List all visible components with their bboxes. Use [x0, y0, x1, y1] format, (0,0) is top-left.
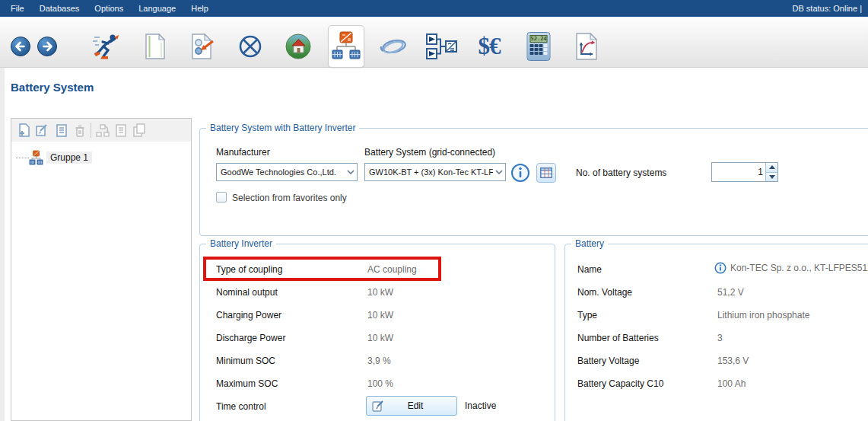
results-report-button[interactable] [575, 33, 598, 60]
battery-system-button[interactable] [328, 25, 364, 68]
financial-analysis-button[interactable]: $€ [479, 33, 501, 60]
battery-type-label: Type [577, 310, 597, 321]
time-control-label: Time control [216, 401, 266, 412]
battery-capacity-value: 100 Ah [717, 378, 746, 389]
battery-group-title: Battery [571, 238, 608, 249]
manufacturer-select[interactable]: GoodWe Technologies Co.,Ltd. [216, 163, 358, 181]
project-location-button[interactable] [285, 33, 312, 60]
num-systems-stepper[interactable]: 1 [711, 162, 778, 182]
system-table-button[interactable] [536, 163, 556, 183]
tree-item-label[interactable]: Gruppe 1 [46, 151, 92, 164]
db-status-text: DB status: Online | [792, 4, 868, 13]
calculator-display: 52.24 [530, 35, 548, 43]
battery-system-label: Battery System (grid-connected) [364, 147, 495, 158]
battery-groupbox: Battery Name Kon-TEC Sp. z o.o., KT-LFPE… [564, 244, 868, 421]
edit-group-icon[interactable] [34, 123, 49, 138]
battery-voltage-value: 153,6 V [717, 356, 749, 366]
minimum-soc-value: 3,9 % [367, 356, 391, 366]
copy-group-icon[interactable] [54, 123, 69, 138]
discharge-power-value: 10 kW [367, 333, 393, 343]
type-of-coupling-label: Type of coupling [216, 264, 282, 275]
forward-arrow-icon [37, 37, 58, 57]
battery-system-icon [332, 30, 361, 62]
calculator-icon: 52.24 [527, 32, 551, 61]
time-control-status: Inactive [465, 400, 496, 411]
circle-x-icon [237, 33, 263, 59]
cable-coil-icon [379, 35, 409, 58]
delete-group-icon[interactable] [72, 123, 87, 138]
triangle-down-icon [769, 175, 775, 179]
charging-power-value: 10 kW [367, 310, 393, 321]
import-document-icon [191, 33, 214, 59]
nominal-output-value: 10 kW [367, 287, 393, 298]
maximum-soc-value: 100 % [367, 378, 393, 389]
menu-language[interactable]: Language [131, 4, 183, 13]
nav-back-button[interactable] [11, 37, 31, 57]
page-title: Battery System [11, 81, 94, 94]
quick-design-button[interactable] [93, 31, 120, 62]
edit-button-label: Edit [385, 400, 446, 411]
menu-options[interactable]: Options [87, 4, 131, 13]
cables-button[interactable] [379, 35, 409, 58]
num-systems-value: 1 [712, 163, 765, 181]
manufacturer-label: Manufacturer [216, 147, 270, 158]
tariff-calculator-button[interactable]: 52.24 [527, 32, 551, 61]
calculator-keys [530, 44, 548, 55]
triangle-up-icon [769, 165, 775, 169]
new-project-button[interactable] [145, 33, 166, 59]
type-of-coupling-value: AC coupling [367, 264, 417, 275]
chevron-down-icon [345, 170, 357, 174]
battery-group-icon [29, 150, 43, 165]
system-group-title: Battery System with Battery Inverter [206, 123, 359, 133]
menu-file[interactable]: File [0, 4, 32, 13]
paste-group-icon[interactable] [113, 123, 129, 138]
minimum-soc-label: Minimum SOC [216, 356, 275, 366]
time-control-edit-button[interactable]: Edit [366, 396, 457, 416]
system-groupbox: Battery System with Battery Inverter Man… [199, 128, 868, 236]
menu-databases[interactable]: Databases [32, 4, 87, 13]
main-toolbar: $€ 52.24 [0, 17, 868, 68]
stepper-buttons [765, 163, 777, 181]
number-of-batteries-value: 3 [717, 333, 723, 343]
favorites-checkbox[interactable] [216, 192, 227, 203]
tree-item-gruppe-1[interactable]: Gruppe 1 [11, 149, 92, 166]
inverter-groupbox: Battery Inverter Type of coupling AC cou… [199, 244, 555, 421]
system-configuration-button[interactable] [426, 33, 458, 59]
modules-inverter-icon [426, 33, 458, 59]
nom-voltage-value: 51,2 V [717, 287, 744, 298]
open-project-button[interactable] [191, 33, 214, 59]
tree-toolbar [11, 119, 191, 142]
window-left-edge [0, 68, 5, 421]
system-info-button[interactable] [510, 163, 530, 183]
menu-help[interactable]: Help [183, 4, 216, 13]
maximum-soc-label: Maximum SOC [216, 378, 278, 389]
battery-info-icon[interactable] [714, 262, 727, 274]
runner-icon [93, 31, 120, 62]
stepper-down-button[interactable] [766, 172, 777, 182]
dollar-euro-icon: $€ [479, 33, 501, 60]
battery-system-screen: { "menubar": { "items": ["File", "Databa… [0, 0, 868, 421]
battery-name-row: Kon-TEC Sp. z o.o., KT-LFPES512100 [714, 262, 868, 274]
curve-document-icon [575, 33, 598, 60]
favorites-checkbox-label: Selection from favorites only [232, 193, 347, 203]
menu-bar: File Databases Options Language Help DB … [0, 0, 868, 17]
nav-forward-button[interactable] [37, 37, 58, 57]
duplicate-pages-icon[interactable] [132, 123, 147, 138]
globe-house-icon [285, 33, 312, 60]
battery-system-selected-value: GW10K-BT + (3x) Kon-Tec KT-LFF [369, 167, 493, 177]
number-of-batteries-label: Number of Batteries [577, 333, 659, 343]
new-document-icon [145, 33, 166, 59]
stepper-up-button[interactable] [766, 163, 777, 172]
table-icon [540, 167, 552, 178]
charging-power-label: Charging Power [216, 310, 281, 321]
battery-capacity-label: Battery Capacity C10 [577, 378, 663, 389]
manufacturer-selected-value: GoodWe Technologies Co.,Ltd. [221, 167, 345, 177]
inverter-group-title: Battery Inverter [206, 238, 276, 249]
battery-system-select[interactable]: GW10K-BT + (3x) Kon-Tec KT-LFF [364, 163, 506, 181]
edit-pencil-icon [372, 400, 385, 413]
move-group-icon[interactable] [95, 123, 110, 138]
add-group-icon[interactable] [16, 123, 31, 138]
num-systems-label: No. of battery systems [576, 167, 666, 178]
close-project-button[interactable] [237, 33, 263, 59]
chevron-down-icon [493, 170, 505, 174]
